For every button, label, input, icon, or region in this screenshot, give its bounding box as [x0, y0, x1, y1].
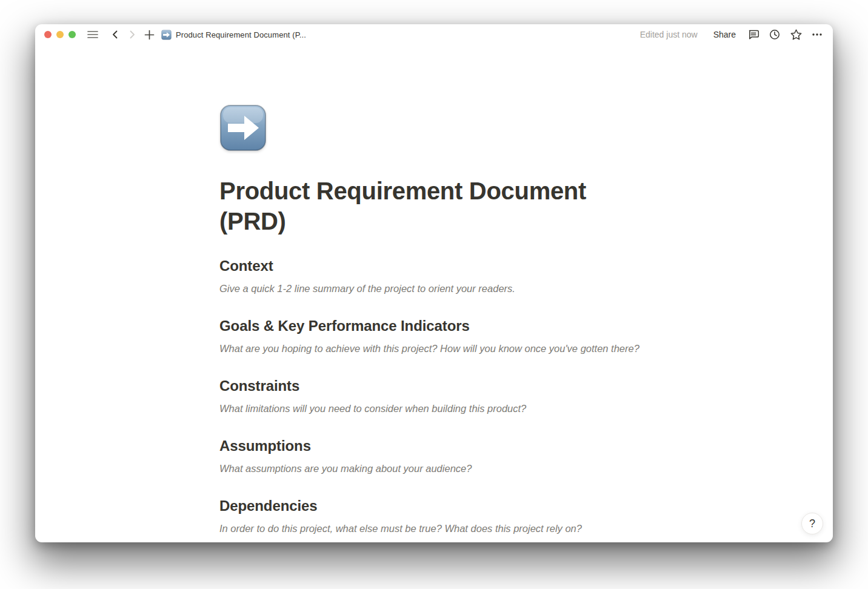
section-placeholder[interactable]: What limitations will you need to consid…	[219, 401, 649, 416]
tab-title: Product Requirement Document (P...	[176, 30, 306, 39]
help-button[interactable]: ?	[801, 513, 823, 534]
section-heading[interactable]: Goals & Key Performance Indicators	[219, 316, 649, 335]
arrow-right-emoji-small	[161, 30, 172, 40]
forward-icon[interactable]	[125, 27, 139, 42]
section-placeholder[interactable]: What are you hoping to achieve with this…	[219, 341, 649, 356]
close-window-button[interactable]	[44, 31, 52, 38]
desktop-background: Product Requirement Document (P... Edite…	[0, 0, 868, 589]
section-placeholder[interactable]: Give a quick 1-2 line summary of the pro…	[219, 281, 649, 296]
section-heading[interactable]: Assumptions	[219, 436, 649, 455]
section-heading[interactable]: Constraints	[219, 376, 649, 395]
share-button[interactable]: Share	[710, 28, 739, 41]
section-dependencies: Dependencies In order to do this project…	[219, 496, 649, 536]
section-assumptions: Assumptions What assumptions are you mak…	[219, 436, 649, 476]
section-context: Context Give a quick 1-2 line summary of…	[219, 256, 649, 296]
page-content: Product Requirement Document (PRD) Conte…	[219, 45, 649, 536]
arrow-right-emoji[interactable]	[219, 104, 267, 151]
minimize-window-button[interactable]	[56, 31, 64, 38]
page-body: Product Requirement Document (PRD) Conte…	[35, 45, 833, 542]
section-heading[interactable]: Context	[219, 256, 649, 275]
back-icon[interactable]	[108, 27, 122, 42]
comment-icon[interactable]	[746, 27, 761, 42]
zoom-window-button[interactable]	[68, 31, 76, 38]
plus-icon[interactable]	[142, 27, 156, 42]
section-placeholder[interactable]: In order to do this project, what else m…	[219, 521, 649, 536]
star-icon[interactable]	[789, 27, 803, 42]
section-heading[interactable]: Dependencies	[219, 496, 649, 515]
section-goals: Goals & Key Performance Indicators What …	[219, 316, 649, 356]
edited-status: Edited just now	[640, 30, 698, 39]
more-icon[interactable]	[810, 27, 824, 42]
tab-current-page[interactable]: Product Requirement Document (P...	[161, 30, 306, 40]
section-constraints: Constraints What limitations will you ne…	[219, 376, 649, 416]
titlebar-actions: Edited just now Share	[640, 27, 824, 42]
titlebar: Product Requirement Document (P... Edite…	[35, 24, 833, 45]
page-title[interactable]: Product Requirement Document (PRD)	[219, 176, 649, 236]
nav-controls	[108, 27, 156, 42]
notion-window: Product Requirement Document (P... Edite…	[35, 24, 833, 542]
section-placeholder[interactable]: What assumptions are you making about yo…	[219, 461, 649, 476]
history-icon[interactable]	[767, 27, 782, 42]
hamburger-icon[interactable]	[85, 27, 100, 42]
traffic-lights	[44, 31, 76, 38]
